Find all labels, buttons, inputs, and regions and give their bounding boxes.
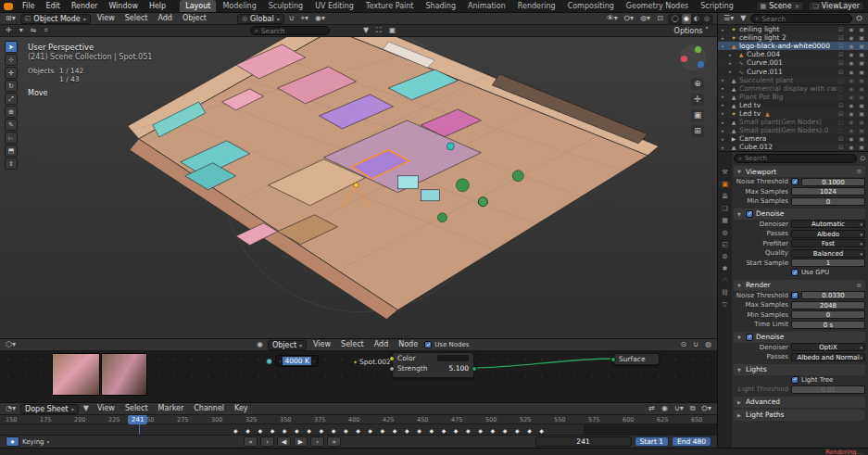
visibility-toggles[interactable]: ☑ ◉ ▣ <box>838 59 866 66</box>
tab-constraints[interactable]: ⛓ <box>719 289 731 297</box>
outliner-item[interactable]: ▸✦ ceiling light ☑ ◉ ▣ <box>718 25 868 33</box>
unlink-scene-icon[interactable]: × <box>795 3 800 10</box>
outliner-item[interactable]: ▸✦ Led tv ▲ ☑ ◉ ▣ <box>718 109 868 118</box>
passes-dropdown[interactable]: Albedo <box>791 230 865 238</box>
tool-search-input[interactable] <box>261 27 325 35</box>
outliner-item[interactable]: ▾▲ logo-black-and-white0000 ☑ ◉ ▣ <box>718 42 868 50</box>
current-frame-badge[interactable]: 241 <box>128 415 147 424</box>
visibility-toggles[interactable]: ☑ ◉ ▣ <box>838 135 866 142</box>
zoom-icon[interactable]: ⊕ <box>691 78 704 90</box>
use-gpu-checkbox[interactable] <box>791 269 799 276</box>
visibility-toggles[interactable]: ☑ ◉ ▣ <box>838 110 866 117</box>
shading-wireframe-icon[interactable]: ◯ <box>670 14 681 24</box>
properties-search-input[interactable] <box>745 155 852 162</box>
presets-icon[interactable]: ≡ <box>856 168 862 175</box>
tool-measure[interactable]: ⟝ <box>5 132 18 144</box>
play-reverse-button[interactable]: ◀ <box>277 436 291 447</box>
transform-orientation-dropdown[interactable]: ◎ Global ▾ <box>237 14 284 24</box>
previous-keyframe-button[interactable]: ‹ <box>260 436 274 447</box>
panel-light-paths[interactable]: ▶Light Paths <box>734 410 865 421</box>
visibility-toggles[interactable]: ☑ ◉ ▣ <box>838 69 866 75</box>
blackbody-temperature-field[interactable]: ‹ 4000 K › <box>275 355 319 367</box>
tool-transform[interactable]: ⊕ <box>5 106 18 118</box>
visibility-toggles[interactable]: ☑ ◉ ▣ <box>838 51 866 57</box>
filter-funnel-icon[interactable]: ▼ <box>738 13 748 24</box>
menu-window[interactable]: Window <box>104 0 143 12</box>
mode-dropdown[interactable]: ◱ Object Mode ▾ <box>20 14 91 24</box>
tool-add-cube[interactable]: ⬒ <box>5 145 18 157</box>
outliner-search-input[interactable] <box>761 15 847 23</box>
tool-extrude[interactable]: ⇪ <box>5 158 18 170</box>
shader-node-canvas[interactable]: ‹ 4000 K › ✦ Spot.002 Color <box>0 351 717 402</box>
outliner-item[interactable]: ▸▲ Small plant(Gen Nodes) ▢ ◉ ▣ <box>718 118 868 126</box>
tab-scripting[interactable]: Scripting <box>695 0 739 12</box>
dope-sheet-canvas[interactable]: 150 175 200 225 250 275 300 325 350 375 … <box>0 415 717 435</box>
start-sample-field[interactable]: 1 <box>791 259 865 267</box>
proportional-keys-icon[interactable]: ◉ <box>660 403 670 414</box>
outliner-item[interactable]: ▸▲ Small plant(Gen Nodes).0 ▢ ◉ ▣ <box>718 126 868 134</box>
render-denoise-checkbox[interactable] <box>746 334 753 341</box>
tab-animation[interactable]: Animation <box>462 0 511 12</box>
increment-arrow-icon[interactable]: › <box>313 358 315 364</box>
min-samples-slider[interactable]: 0 <box>791 197 865 206</box>
outliner-item[interactable]: ▸∿ Curve.011 ☑ ◉ ▣ <box>718 67 868 75</box>
panel-advanced[interactable]: ▶Advanced <box>734 397 865 408</box>
dopesheet-mode-dropdown[interactable]: Dope Sheet ▾ <box>20 404 79 414</box>
tab-compositing[interactable]: Compositing <box>562 0 620 12</box>
camera-view-icon[interactable]: ▣ <box>691 109 704 121</box>
outliner-item[interactable]: ▸∿ Curve.001 ☑ ◉ ▣ <box>718 58 868 67</box>
light-threshold-slider[interactable]: 0.01 <box>791 385 865 394</box>
node-strength-row[interactable]: Strength 5.100 <box>393 363 473 373</box>
tab-sculpting[interactable]: Sculpting <box>263 0 308 12</box>
snap-toggle-icon[interactable]: ⌗ <box>42 25 50 36</box>
visibility-toggles[interactable]: ☑ ◉ ▣ <box>838 43 866 49</box>
tab-rendering[interactable]: Rendering <box>512 0 561 12</box>
tool-select-box[interactable]: ➤ <box>5 41 18 53</box>
axis-y-dot[interactable] <box>695 46 701 53</box>
render-noise-threshold-checkbox[interactable] <box>791 292 799 299</box>
gizmo-settings-icon[interactable]: ⛶ <box>374 25 384 36</box>
outliner-item[interactable]: ▸▲ Plant Pot Big ▢ ◉ ▣ <box>718 93 868 101</box>
snap-target-dropdown-icon[interactable]: ⌖▾ <box>299 13 311 24</box>
tab-geometry-nodes[interactable]: Geometry Nodes <box>621 0 694 12</box>
navigation-gizmo[interactable] <box>680 44 706 70</box>
jump-to-end-button[interactable]: » <box>327 436 341 447</box>
scene-selector[interactable]: ▦ Scene × <box>756 1 805 11</box>
tool-search[interactable]: ⌕ <box>250 26 330 35</box>
tab-data[interactable]: ▽ <box>719 301 731 309</box>
overlays-toggle-icon[interactable]: ◍▾ <box>638 13 652 24</box>
outliner-item[interactable]: ▸▲ Commercial display with car ▢ ◉ ▣ <box>718 84 868 93</box>
visibility-toggles[interactable]: ☑ ◉ ▣ <box>838 34 866 41</box>
menu-add[interactable]: Add <box>371 339 393 350</box>
noise-threshold-slider[interactable]: 0.1000 <box>801 178 865 186</box>
menu-view[interactable]: View <box>94 13 119 24</box>
axis-z-dot[interactable] <box>698 61 704 68</box>
shader-context-dropdown[interactable]: Object ▾ <box>268 340 307 350</box>
render-passes-dropdown[interactable]: Albedo and Normal <box>791 353 865 361</box>
max-samples-slider[interactable]: 1024 <box>791 187 865 196</box>
menu-view[interactable]: View <box>94 403 119 414</box>
options-dropdown[interactable]: Options ˅ <box>670 25 713 37</box>
menu-render[interactable]: Render <box>67 0 102 12</box>
outliner-filter-icon[interactable]: ⛭ <box>855 13 864 24</box>
denoiser-dropdown[interactable]: Automatic <box>791 220 865 228</box>
view-object-types-icon[interactable]: 👁▾ <box>605 13 620 24</box>
tab-modifiers[interactable]: ⚙ <box>719 253 731 260</box>
snap-node-icon[interactable]: ∪ <box>691 339 700 350</box>
outliner-item[interactable]: ▸▲ Cube.012 ☑ ◉ ▣ <box>718 143 868 151</box>
next-keyframe-button[interactable]: › <box>310 436 324 447</box>
visibility-toggles[interactable]: ☑ ◉ ▣ <box>838 144 866 150</box>
visibility-toggles[interactable]: ☑ ◉ ▣ <box>838 26 866 32</box>
snap-magnet-icon[interactable]: ∪ <box>287 13 296 24</box>
pan-hand-icon[interactable]: ✛ <box>691 94 704 106</box>
menu-marker[interactable]: Marker <box>155 403 188 414</box>
filter-icon[interactable]: ▼ <box>361 25 371 36</box>
editor-type-icon[interactable]: ◔▾ <box>4 403 18 414</box>
blender-logo-icon[interactable] <box>4 3 13 10</box>
menu-file[interactable]: File <box>18 0 39 12</box>
color-swatch[interactable] <box>437 355 469 361</box>
tab-shading[interactable]: Shading <box>420 0 461 12</box>
emission-output-socket[interactable] <box>472 366 477 372</box>
axis-x-dot[interactable] <box>681 56 687 62</box>
tool-options-chevron-icon[interactable]: ▾ <box>18 25 25 36</box>
